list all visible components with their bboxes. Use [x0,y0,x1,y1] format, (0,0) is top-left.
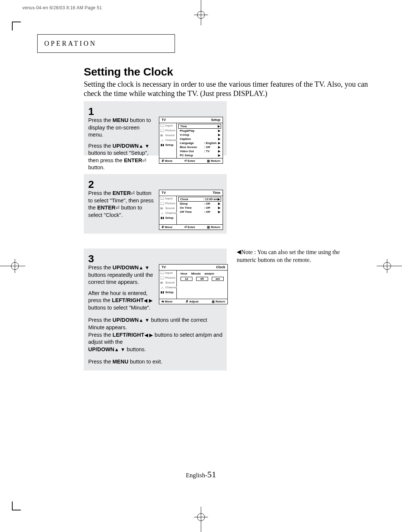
step-3-text-1: Press the UP/DOWN▲ ▼ buttons repeatedly … [88,264,156,286]
clock-minute-field[interactable]: 05 [196,277,208,281]
return-icon: ▥ [207,225,210,229]
osd-menu-row[interactable]: PC Setup▶ [178,153,221,157]
osd-sidebar: Input Picture Sound Channel Setup [159,270,177,299]
step-3-number: 3 [88,254,223,264]
step-3: 3 Press the UP/DOWN▲ ▼ buttons repeatedl… [84,249,227,371]
enter-icon: ⏎ [115,205,119,211]
svg-rect-22 [161,291,162,294]
svg-rect-17 [160,202,164,205]
crop-mark-top-left [12,22,21,31]
crop-mark-bottom-left [12,501,21,510]
section-label: OPERATION [44,40,97,48]
updown-icon: ⇵ [162,225,164,229]
svg-rect-12 [160,124,164,126]
print-slug: venus-04-en 6/28/03 8:16 AM Page 51 [22,5,102,10]
step-1-number: 1 [88,106,223,117]
osd-clock-main: HourMinuteam/pm 12 05 am [177,270,227,299]
clock-ampm-field[interactable]: am [212,277,224,281]
svg-rect-16 [160,197,164,199]
enter-icon: ⏎ [131,190,135,196]
osd-setup-rows: Time▶Plug&Play▶V-Chip▶Caption▶Language: … [177,123,223,158]
updown-icon: ⇵ [162,159,164,163]
page-number: English-51 [0,469,402,480]
svg-rect-18 [161,217,162,219]
osd-menu-row[interactable]: Blue Screen: Off▶ [178,145,221,149]
registration-mark-bottom [194,507,208,532]
return-icon: ▥ [207,159,210,163]
osd-menu-row[interactable]: Clock: 12:05 am▶ [178,197,221,202]
svg-rect-14 [161,144,162,146]
osd-setup-menu: TVSetup Input Picture Sound Channel Setu… [159,117,223,164]
updown-icon: ⇵ [186,300,188,303]
step-1-text-1: Press the MENU button to display the on-… [88,117,156,139]
step-2-text: Press the ENTER⏎ button to select "Time"… [88,190,156,219]
osd-menu-row[interactable]: Plug&Play▶ [178,129,221,133]
osd-menu-row[interactable]: V-Chip▶ [178,133,221,137]
enter-icon: ⏎ [184,225,187,229]
step-1-text-2: Press the UP/DOWN▲ ▼ buttons to select "… [88,142,156,172]
enter-icon: ⏎ [142,158,146,163]
osd-menu-row[interactable]: Time▶ [178,124,221,129]
leftright-icon: ⇆ [162,300,164,303]
registration-mark-right [377,259,402,273]
osd-sidebar: Input Picture Sound Channel Setup [159,196,177,224]
svg-rect-20 [160,272,164,274]
svg-rect-13 [160,129,164,132]
osd-time-menu: TVTime Input Picture Sound Channel Setup… [159,190,223,230]
enter-icon: ⏎ [184,159,187,163]
side-note: ◀Note : You can also set the time using … [237,249,341,264]
clock-hour-field[interactable]: 12 [181,277,192,281]
return-icon: ▥ [212,300,215,303]
osd-menu-row[interactable]: On Time: Off▶ [178,206,221,210]
osd-sidebar: Input Picture Sound Channel Setup [159,123,177,158]
section-header-box: OPERATION [37,34,175,53]
step-3-text-3: Press the UP/DOWN▲ ▼ buttons until the c… [88,317,223,353]
step-3-text-2: After the hour is entered, press the LEF… [88,290,156,312]
osd-menu-row[interactable]: Language: English▶ [178,141,221,145]
osd-menu-row[interactable]: Sleep: Off▶ [178,202,221,206]
svg-rect-15 [163,144,164,146]
osd-time-rows: Clock: 12:05 am▶Sleep: Off▶On Time: Off▶… [177,196,223,224]
svg-rect-21 [160,276,164,279]
svg-rect-23 [163,291,164,294]
triangle-left-icon: ◀ [237,249,241,255]
step-1: 1 Press the MENU button to display the o… [84,101,227,156]
step-2: 2 Press the ENTER⏎ button to select "Tim… [84,174,227,234]
osd-menu-row[interactable]: Video Out: TV▶ [178,149,221,153]
step-2-number: 2 [88,179,223,190]
osd-menu-row[interactable]: Caption▶ [178,137,221,141]
intro-text: Setting the clock is necessary in order … [84,80,370,98]
svg-rect-19 [163,217,164,219]
registration-mark-top [194,0,208,25]
page-title: Setting the Clock [84,65,173,78]
osd-clock-menu: TVClock Input Picture Sound Channel Setu… [159,264,228,304]
osd-menu-row[interactable]: Off Time: Off▶ [178,210,221,214]
step-3-text-4: Press the MENU button to exit. [88,358,223,366]
registration-mark-left [0,259,25,273]
